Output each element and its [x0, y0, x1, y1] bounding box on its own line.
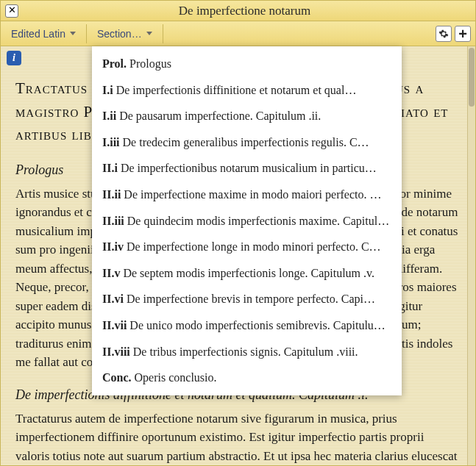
- toolbar-divider: [86, 24, 87, 43]
- section-menu-item[interactable]: I.iii De tredecim generalibus imperfecti…: [92, 129, 402, 156]
- chevron-down-icon: [70, 32, 76, 35]
- section-num: I.i: [102, 84, 113, 96]
- body-paragraph: Tractaturus autem de imperfectione notar…: [15, 409, 461, 466]
- section-num: II.i: [102, 162, 118, 174]
- section-menu: Prol. Prologus I.i De imperfectionis dif…: [92, 46, 402, 395]
- section-label: De septem modis imperfectionis longe. Ca…: [123, 267, 374, 279]
- section-menu-item[interactable]: Prol. Prologus: [92, 51, 402, 77]
- section-menu-item[interactable]: I.i De imperfectionis diffinitione et no…: [92, 77, 402, 104]
- section-menu-item[interactable]: II.viii De tribus imperfectionis signis.…: [92, 339, 402, 365]
- window-title: De imperfectione notarum: [18, 4, 471, 18]
- gear-icon: [438, 29, 449, 39]
- section-num: Prol.: [102, 57, 127, 70]
- section-label: De tribus imperfectionis signis. Capitul…: [133, 345, 358, 358]
- section-menu-item[interactable]: II.ii De imperfectione maxime in modo ma…: [92, 182, 402, 208]
- section-menu-item[interactable]: II.vi De imperfectione brevis in tempore…: [92, 286, 402, 312]
- section-num: I.iii: [102, 136, 120, 148]
- view-dropdown[interactable]: Edited Latin: [5, 25, 82, 43]
- section-num: Conc.: [102, 371, 132, 384]
- toolbar: Edited Latin Section… +: [1, 21, 475, 46]
- section-num: II.ii: [102, 188, 121, 201]
- section-num: I.ii: [102, 110, 116, 122]
- section-menu-item[interactable]: II.iv De imperfectione longe in modo min…: [92, 234, 402, 260]
- section-label: De quindecim modis imperfectionis maxime…: [127, 215, 389, 227]
- scrollbar[interactable]: [467, 46, 475, 465]
- section-menu-item[interactable]: II.vii De unico modo imperfectionis semi…: [92, 312, 402, 339]
- section-menu-item[interactable]: II.iii De quindecim modis imperfectionis…: [92, 208, 402, 234]
- section-menu-item[interactable]: I.ii De pausarum imperfectione. Capitulu…: [92, 103, 402, 129]
- section-label: De pausarum imperfectione. Capitulum .ii…: [119, 110, 321, 122]
- section-num: II.v: [102, 267, 120, 279]
- toolbar-divider: [163, 24, 163, 43]
- info-icon[interactable]: i: [7, 51, 21, 65]
- section-label: De unico modo imperfectionis semibrevis.…: [129, 319, 386, 331]
- section-num: II.vii: [102, 319, 127, 331]
- section-num: II.iii: [102, 215, 124, 227]
- section-menu-item[interactable]: Conc. Operis conclusio.: [92, 365, 402, 391]
- section-num: II.iv: [102, 240, 124, 253]
- titlebar: ✕ De imperfectione notarum: [1, 1, 475, 21]
- section-label: De imperfectione brevis in tempore perfe…: [127, 293, 375, 305]
- section-label: Operis conclusio.: [135, 371, 217, 384]
- section-num: II.viii: [102, 345, 130, 358]
- section-dropdown[interactable]: Section…: [91, 25, 158, 43]
- chevron-down-icon: [146, 32, 152, 35]
- section-label: De imperfectione maxime in modo maiori p…: [124, 188, 381, 201]
- window-root: ✕ De imperfectione notarum Edited Latin …: [0, 0, 476, 466]
- section-dropdown-label: Section…: [97, 28, 142, 40]
- section-label: De tredecim generalibus imperfectionis r…: [123, 136, 369, 148]
- settings-button[interactable]: [436, 26, 452, 42]
- section-menu-item[interactable]: II.i De imperfectionibus notarum musical…: [92, 155, 402, 182]
- close-button[interactable]: ✕: [5, 4, 18, 18]
- scrollbar-thumb[interactable]: [469, 48, 475, 107]
- view-dropdown-label: Edited Latin: [11, 28, 65, 40]
- section-num: II.vi: [102, 293, 124, 305]
- add-button[interactable]: +: [455, 26, 471, 42]
- section-menu-item[interactable]: II.v De septem modis imperfectionis long…: [92, 260, 402, 287]
- section-label: De imperfectione longe in modo minori pe…: [127, 240, 381, 253]
- section-label: De imperfectionibus notarum musicalium i…: [121, 162, 377, 174]
- section-label: Prologus: [129, 57, 171, 70]
- section-label: De imperfectionis diffinitione et notaru…: [116, 84, 357, 96]
